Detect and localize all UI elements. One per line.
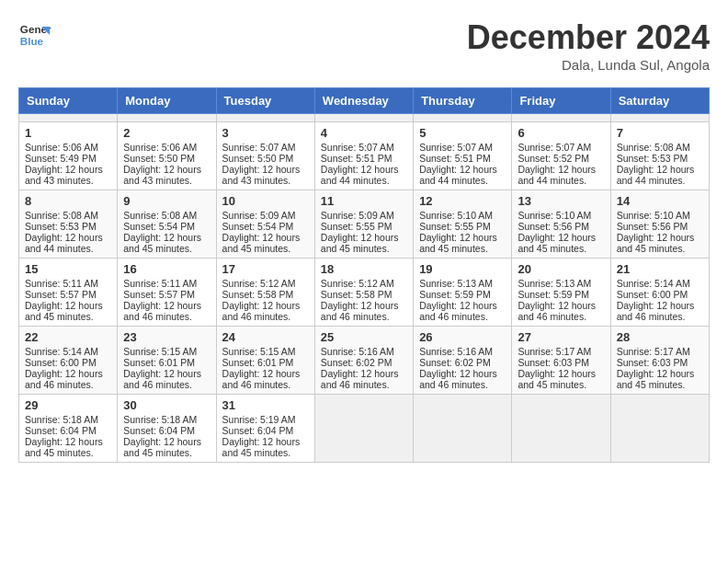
daylight-label: Daylight: 12 hours and 46 minutes. xyxy=(123,300,201,322)
calendar-cell: 16 Sunrise: 5:11 AM Sunset: 5:57 PM Dayl… xyxy=(118,259,216,327)
day-number: 12 xyxy=(419,194,506,208)
day-number: 18 xyxy=(321,262,407,276)
daylight-label: Daylight: 12 hours and 43 minutes. xyxy=(25,164,103,186)
calendar-cell: 15 Sunrise: 5:11 AM Sunset: 5:57 PM Dayl… xyxy=(19,259,118,327)
day-number: 30 xyxy=(123,398,210,412)
calendar-cell: 5 Sunrise: 5:07 AM Sunset: 5:51 PM Dayli… xyxy=(414,122,512,190)
sunrise-label: Sunrise: 5:13 AM xyxy=(419,278,493,289)
header-day-saturday: Saturday xyxy=(610,88,709,114)
sunset-label: Sunset: 5:54 PM xyxy=(123,221,195,232)
sunrise-label: Sunrise: 5:06 AM xyxy=(123,142,197,153)
sunrise-label: Sunrise: 5:08 AM xyxy=(25,210,98,221)
calendar-cell xyxy=(19,114,118,122)
calendar-cell: 9 Sunrise: 5:08 AM Sunset: 5:54 PM Dayli… xyxy=(118,190,216,259)
daylight-label: Daylight: 12 hours and 45 minutes. xyxy=(222,232,301,254)
sunset-label: Sunset: 6:04 PM xyxy=(123,425,195,436)
sunset-label: Sunset: 5:57 PM xyxy=(25,289,97,300)
calendar-cell xyxy=(610,114,709,122)
daylight-label: Daylight: 12 hours and 45 minutes. xyxy=(25,300,103,322)
week-row-0 xyxy=(19,114,710,122)
month-title: December 2024 xyxy=(467,18,710,57)
sunset-label: Sunset: 6:01 PM xyxy=(222,357,294,368)
calendar-table: SundayMondayTuesdayWednesdayThursdayFrid… xyxy=(18,87,710,463)
sunrise-label: Sunrise: 5:16 AM xyxy=(321,346,394,357)
day-number: 11 xyxy=(321,194,407,208)
calendar-cell: 29 Sunrise: 5:18 AM Sunset: 6:04 PM Dayl… xyxy=(19,395,118,463)
daylight-label: Daylight: 12 hours and 45 minutes. xyxy=(321,232,399,254)
sunrise-label: Sunrise: 5:15 AM xyxy=(222,346,296,357)
header-row: SundayMondayTuesdayWednesdayThursdayFrid… xyxy=(19,88,710,114)
day-number: 27 xyxy=(518,330,604,344)
day-number: 5 xyxy=(419,126,506,140)
day-number: 29 xyxy=(25,398,111,412)
sunrise-label: Sunrise: 5:11 AM xyxy=(25,278,98,289)
header-day-friday: Friday xyxy=(512,88,610,114)
calendar-cell: 6 Sunrise: 5:07 AM Sunset: 5:52 PM Dayli… xyxy=(512,122,610,190)
daylight-label: Daylight: 12 hours and 45 minutes. xyxy=(123,436,201,458)
logo-icon: General Blue xyxy=(18,18,51,52)
calendar-cell: 7 Sunrise: 5:08 AM Sunset: 5:53 PM Dayli… xyxy=(610,122,709,190)
sunset-label: Sunset: 5:54 PM xyxy=(222,221,294,232)
day-number: 4 xyxy=(321,126,407,140)
daylight-label: Daylight: 12 hours and 44 minutes. xyxy=(617,164,695,186)
day-number: 24 xyxy=(222,330,309,344)
day-number: 17 xyxy=(222,262,309,276)
daylight-label: Daylight: 12 hours and 44 minutes. xyxy=(518,164,596,186)
day-number: 21 xyxy=(617,262,703,276)
sunset-label: Sunset: 5:53 PM xyxy=(617,153,688,164)
sunset-label: Sunset: 6:04 PM xyxy=(25,425,97,436)
sunrise-label: Sunrise: 5:09 AM xyxy=(222,210,296,221)
daylight-label: Daylight: 12 hours and 46 minutes. xyxy=(25,368,103,390)
sunrise-label: Sunrise: 5:06 AM xyxy=(25,142,98,153)
calendar-cell: 4 Sunrise: 5:07 AM Sunset: 5:51 PM Dayli… xyxy=(314,122,413,190)
sunset-label: Sunset: 5:58 PM xyxy=(222,289,294,300)
day-number: 9 xyxy=(123,194,210,208)
daylight-label: Daylight: 12 hours and 45 minutes. xyxy=(617,368,695,390)
calendar-cell: 8 Sunrise: 5:08 AM Sunset: 5:53 PM Dayli… xyxy=(19,190,118,259)
sunrise-label: Sunrise: 5:07 AM xyxy=(518,142,591,153)
header-day-monday: Monday xyxy=(118,88,216,114)
sunset-label: Sunset: 6:04 PM xyxy=(222,425,294,436)
sunset-label: Sunset: 5:56 PM xyxy=(617,221,688,232)
calendar-cell xyxy=(314,114,413,122)
day-number: 8 xyxy=(25,194,111,208)
day-number: 7 xyxy=(617,126,703,140)
sunrise-label: Sunrise: 5:14 AM xyxy=(25,346,98,357)
sunset-label: Sunset: 5:51 PM xyxy=(321,153,392,164)
sunset-label: Sunset: 6:03 PM xyxy=(518,357,589,368)
sunset-label: Sunset: 5:49 PM xyxy=(25,153,97,164)
daylight-label: Daylight: 12 hours and 44 minutes. xyxy=(321,164,399,186)
daylight-label: Daylight: 12 hours and 43 minutes. xyxy=(123,164,201,186)
calendar-cell: 23 Sunrise: 5:15 AM Sunset: 6:01 PM Dayl… xyxy=(118,327,216,395)
calendar-cell: 28 Sunrise: 5:17 AM Sunset: 6:03 PM Dayl… xyxy=(610,327,709,395)
calendar-cell: 21 Sunrise: 5:14 AM Sunset: 6:00 PM Dayl… xyxy=(610,259,709,327)
sunrise-label: Sunrise: 5:10 AM xyxy=(617,210,690,221)
daylight-label: Daylight: 12 hours and 44 minutes. xyxy=(25,232,103,254)
sunset-label: Sunset: 5:52 PM xyxy=(518,153,589,164)
week-row-4: 22 Sunrise: 5:14 AM Sunset: 6:00 PM Dayl… xyxy=(19,327,710,395)
day-number: 23 xyxy=(123,330,210,344)
calendar-cell: 27 Sunrise: 5:17 AM Sunset: 6:03 PM Dayl… xyxy=(512,327,610,395)
calendar-cell: 14 Sunrise: 5:10 AM Sunset: 5:56 PM Dayl… xyxy=(610,190,709,259)
sunrise-label: Sunrise: 5:17 AM xyxy=(617,346,690,357)
sunset-label: Sunset: 6:01 PM xyxy=(123,357,195,368)
header-day-thursday: Thursday xyxy=(414,88,512,114)
calendar-cell xyxy=(414,395,512,463)
daylight-label: Daylight: 12 hours and 45 minutes. xyxy=(222,436,301,458)
sunrise-label: Sunrise: 5:18 AM xyxy=(25,414,98,425)
calendar-cell: 12 Sunrise: 5:10 AM Sunset: 5:55 PM Dayl… xyxy=(414,190,512,259)
daylight-label: Daylight: 12 hours and 45 minutes. xyxy=(518,232,596,254)
sunrise-label: Sunrise: 5:07 AM xyxy=(321,142,394,153)
sunrise-label: Sunrise: 5:12 AM xyxy=(222,278,296,289)
calendar-cell: 19 Sunrise: 5:13 AM Sunset: 5:59 PM Dayl… xyxy=(414,259,512,327)
calendar-cell: 10 Sunrise: 5:09 AM Sunset: 5:54 PM Dayl… xyxy=(216,190,314,259)
day-number: 3 xyxy=(222,126,309,140)
day-number: 25 xyxy=(321,330,407,344)
calendar-cell: 17 Sunrise: 5:12 AM Sunset: 5:58 PM Dayl… xyxy=(216,259,314,327)
svg-text:Blue: Blue xyxy=(20,35,44,47)
sunset-label: Sunset: 5:51 PM xyxy=(419,153,491,164)
sunset-label: Sunset: 5:56 PM xyxy=(518,221,589,232)
sunset-label: Sunset: 6:00 PM xyxy=(25,357,97,368)
day-number: 26 xyxy=(419,330,506,344)
daylight-label: Daylight: 12 hours and 45 minutes. xyxy=(25,436,103,458)
